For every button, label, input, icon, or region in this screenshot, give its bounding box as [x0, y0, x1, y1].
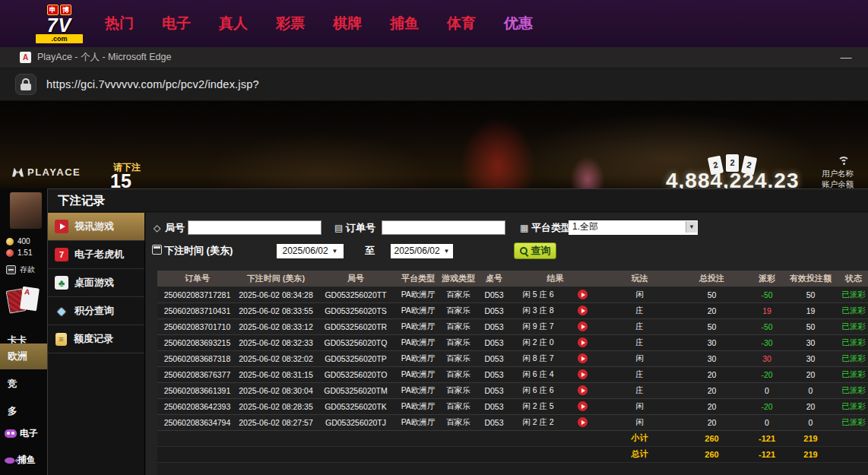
table-cell: 闲 8 庄 7	[511, 350, 565, 366]
tab-table-games[interactable]: ♣ 桌面游戏	[48, 269, 144, 297]
order-number-label: 订单号	[346, 220, 375, 236]
order-number-input[interactable]	[382, 220, 505, 235]
table-cell	[832, 430, 868, 446]
date-from-value: 2025/06/02	[283, 245, 328, 258]
table-cell: 2025-06-02 08:33:55	[237, 302, 315, 318]
column-header: 游戏类型	[439, 271, 477, 287]
table-cell: PA欧洲厅	[397, 350, 439, 366]
table-cell: 20	[680, 382, 744, 398]
table-cell: PA欧洲厅	[397, 414, 439, 430]
table-cell: 250602083661391	[157, 382, 237, 398]
replay-button[interactable]	[578, 369, 588, 379]
table-cell: 2025-06-02 08:27:57	[237, 414, 315, 430]
table-cell: 2025-06-02 08:33:12	[237, 318, 315, 334]
bet-record-row: 2506020837017102025-06-02 08:33:12GD0532…	[157, 318, 868, 334]
date-to-select[interactable]: 2025/06/02 ▼	[391, 244, 453, 258]
table-cell: -50	[744, 318, 790, 334]
replay-button[interactable]	[578, 353, 588, 363]
table-cell: 0	[790, 414, 832, 430]
hall-item-duo[interactable]: 多	[0, 404, 47, 419]
rail-item-label: 捕鱼	[17, 454, 36, 467]
table-cell: 闲 6 庄 4	[511, 366, 565, 382]
hall-item-europe[interactable]: 欧洲	[0, 344, 47, 369]
search-button[interactable]: 查询	[514, 242, 556, 259]
table-cell: 已派彩	[832, 366, 868, 382]
table-cell: 250602083710431	[157, 302, 237, 318]
table-cell: GD053256020TP	[315, 350, 397, 366]
table-cell: 百家乐	[439, 414, 477, 430]
table-cell: 250602083701710	[157, 318, 237, 334]
countdown-timer: 15	[110, 170, 131, 188]
menu-item-fishing[interactable]: 捕鱼	[390, 14, 419, 33]
table-cell: 已派彩	[832, 334, 868, 350]
tab-points-query[interactable]: ◆ 积分查询	[48, 297, 144, 325]
deposit-button[interactable]: 存款	[6, 264, 35, 275]
table-cell: 闲	[600, 398, 680, 414]
replay-button[interactable]	[578, 385, 588, 395]
gold-coin-icon	[6, 238, 14, 245]
replay-button[interactable]	[578, 290, 588, 299]
table-cell	[157, 430, 600, 446]
window-titlebar: A PlayAce - 个人 - Microsoft Edge —	[0, 47, 868, 68]
table-cell: 30	[744, 350, 790, 366]
replay-button[interactable]	[578, 306, 588, 315]
table-cell: 30	[790, 334, 832, 350]
table-cell: -121	[744, 446, 790, 462]
bet-record-row: 2506020836423932025-06-02 08:28:35GD0532…	[157, 398, 868, 414]
table-cell: GD053256020TO	[315, 366, 397, 382]
menu-item-lottery[interactable]: 彩票	[276, 14, 305, 33]
table-cell	[565, 414, 600, 430]
rail-item-fishing[interactable]: 捕鱼	[5, 454, 36, 467]
rail-item-slots[interactable]: 电子	[5, 427, 38, 440]
table-cell: 百家乐	[439, 318, 477, 334]
table-cell: 已派彩	[832, 287, 868, 302]
dropdown-arrow-icon: ▼	[444, 245, 450, 258]
replay-button[interactable]	[578, 337, 588, 347]
bet-record-row: 2506020836873182025-06-02 08:32:02GD0532…	[157, 350, 868, 366]
hall-item-jing[interactable]: 竞	[0, 376, 47, 391]
balance-value: 1.51	[17, 249, 32, 257]
date-from-select[interactable]: 2025/06/02 ▼	[277, 244, 344, 258]
table-games-icon: ♣	[55, 276, 68, 290]
tab-slot-machines[interactable]: 7 电子老虎机	[48, 241, 144, 269]
logo-badges: 申 博	[47, 5, 71, 15]
tab-label: 视讯游戏	[74, 220, 114, 233]
replay-button[interactable]	[578, 401, 588, 411]
minimize-button[interactable]: —	[835, 48, 857, 68]
table-cell: 50	[790, 287, 832, 302]
table-cell: 0	[790, 382, 832, 398]
replay-button[interactable]	[578, 321, 588, 331]
table-cell: 已派彩	[832, 382, 868, 398]
menu-item-hot[interactable]: 热门	[105, 14, 134, 33]
menu-item-promo[interactable]: 优惠	[504, 14, 533, 33]
table-cell: 30	[680, 350, 744, 366]
table-cell: D053	[477, 334, 511, 350]
table-cell: 250602083693215	[157, 334, 237, 350]
table-body: 2506020837172812025-06-02 08:34:28GD0532…	[157, 287, 868, 462]
table-header-row: 订单号下注时间 (美东)局号平台类型游戏类型桌号结果玩法总投注派彩有效投注额状态	[157, 271, 868, 287]
lock-icon[interactable]	[15, 74, 36, 95]
table-cell: 260	[680, 430, 744, 446]
bet-record-row: 2506020837172812025-06-02 08:34:28GD0532…	[157, 287, 868, 302]
menu-item-board[interactable]: 棋牌	[333, 14, 362, 33]
menu-item-sports[interactable]: 体育	[447, 14, 476, 33]
tab-video-games[interactable]: 视讯游戏	[48, 213, 144, 241]
table-cell: -20	[744, 398, 790, 414]
replay-button[interactable]	[578, 417, 588, 427]
address-url[interactable]: https://gci.7vvvvvv.com/pc/pcv2/index.js…	[46, 78, 259, 90]
table-cell: 庄	[600, 318, 680, 334]
round-number-input[interactable]	[188, 220, 322, 235]
menu-item-live[interactable]: 真人	[219, 14, 248, 33]
user-avatar[interactable]	[10, 192, 42, 229]
table-cell: 50	[680, 318, 744, 334]
site-favicon-icon: A	[20, 52, 31, 63]
tab-credit-records[interactable]: ≡ 额度记录	[48, 325, 144, 353]
table-cell: D053	[477, 302, 511, 318]
site-logo[interactable]: 申 博 7V .com	[35, 5, 84, 43]
platform-type-select[interactable]: 1.全部 ▼	[569, 220, 698, 235]
table-cell: 30	[680, 334, 744, 350]
table-cell: 小计	[600, 430, 680, 446]
table-cell: D053	[477, 382, 511, 398]
menu-item-slots[interactable]: 电子	[162, 14, 191, 33]
table-cell: 闲	[600, 414, 680, 430]
